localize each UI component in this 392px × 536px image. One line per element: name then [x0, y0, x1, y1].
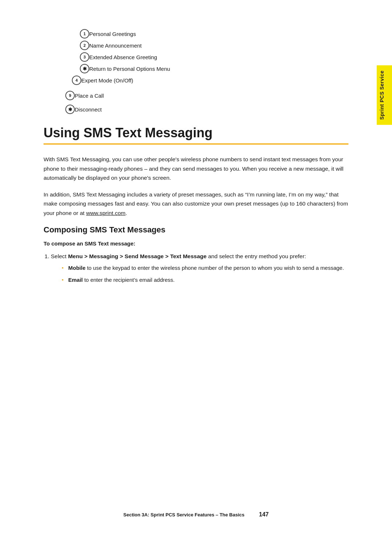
num-icon-3: 3 [80, 52, 89, 62]
item-label: Extended Absence Greeting [89, 54, 157, 60]
bullet-item-email: Email to enter the recipient’s email add… [62, 276, 348, 285]
bullet-bold-email: Email [68, 277, 83, 283]
steps-list: Select Menu > Messaging > Send Message >… [51, 252, 348, 285]
item-label: Place a Call [75, 93, 104, 99]
footer-section-label: Section 3A: Sprint PCS Service Features … [123, 512, 245, 517]
list-item: ✱ Disconnect [65, 105, 348, 114]
list-item: 4 Expert Mode (On/Off) [72, 76, 348, 85]
list-item: 3 Extended Absence Greeting [80, 52, 348, 62]
list-item: 9 Place a Call [65, 91, 348, 100]
step-bold-text: Menu > Messaging > Send Message > Text M… [68, 253, 207, 259]
disconnect-icon: ✱ [65, 105, 75, 114]
bullet-list: Mobile to use the keypad to enter the wi… [62, 264, 348, 285]
side-tab-label: Sprint PCS Service [379, 70, 385, 120]
sprint-link[interactable]: www.sprint.com [86, 210, 126, 216]
section-divider [44, 143, 348, 145]
star-icon: ✱ [80, 64, 89, 73]
num-icon-4: 4 [72, 76, 81, 85]
item-label: Return to Personal Options Menu [89, 66, 170, 72]
section-title: Using SMS Text Messaging [44, 125, 348, 141]
menu-indented-list: 1 Personal Greetings 2 Name Announcement… [65, 29, 348, 114]
body-paragraph-2: In addition, SMS Text Messaging includes… [44, 190, 348, 218]
list-item: ✱ Return to Personal Options Menu [80, 64, 348, 73]
page-container: Sprint PCS Service 1 Personal Greetings … [0, 0, 392, 536]
side-tab: Sprint PCS Service [377, 65, 392, 125]
instruction-label: To compose an SMS Text message: [44, 240, 348, 247]
step-1: Select Menu > Messaging > Send Message >… [51, 252, 348, 285]
num-icon-1: 1 [80, 29, 89, 38]
bullet-bold-mobile: Mobile [68, 265, 86, 271]
num-icon-2: 2 [80, 41, 89, 50]
bullet-item-mobile: Mobile to use the keypad to enter the wi… [62, 264, 348, 273]
num-icon-9: 9 [65, 91, 75, 100]
body-paragraph-1: With SMS Text Messaging, you can use oth… [44, 155, 348, 183]
subsection-title: Composing SMS Text Messages [44, 225, 348, 235]
page-number: 147 [259, 511, 269, 518]
item-label: Personal Greetings [89, 31, 136, 37]
page-footer: Section 3A: Sprint PCS Service Features … [0, 511, 392, 518]
item-label: Disconnect [75, 106, 102, 113]
list-item: 2 Name Announcement [80, 41, 348, 50]
list-item: 1 Personal Greetings [80, 29, 348, 38]
item-label: Expert Mode (On/Off) [81, 77, 133, 84]
item-label: Name Announcement [89, 42, 142, 49]
